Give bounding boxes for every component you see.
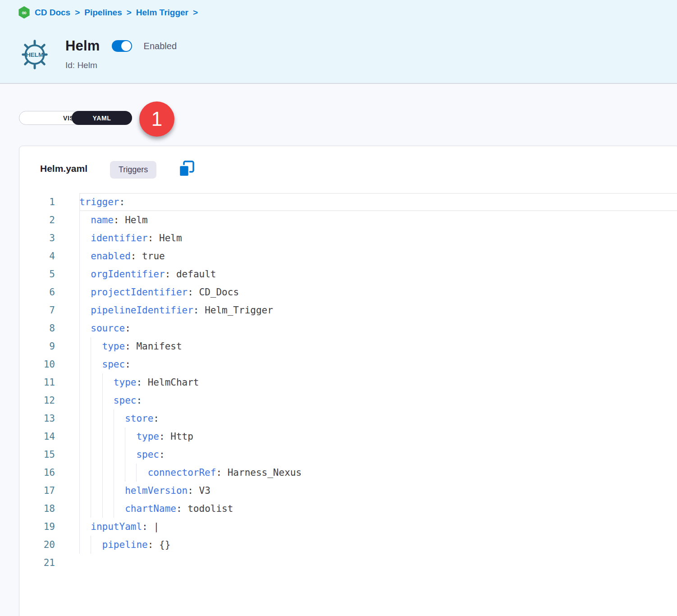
indent-guide [136,464,147,482]
code-line-content[interactable]: chartName: todolist [79,500,677,518]
indent-guide [91,391,102,409]
yaml-colon: : [131,251,137,262]
code-line-content[interactable]: spec: [79,355,677,373]
indent-guide [79,355,91,373]
code-line[interactable]: 2name: Helm [19,211,677,229]
code-line[interactable]: 18chartName: todolist [19,500,677,518]
code-line[interactable]: 12spec: [19,391,677,409]
code-line[interactable]: 9type: Manifest [19,337,677,355]
indent-guide [114,482,125,500]
code-line[interactable]: 17helmVersion: V3 [19,482,677,500]
code-line[interactable]: 19inputYaml: | [19,518,677,536]
line-number: 18 [19,500,79,518]
code-line-content[interactable]: connectorRef: Harness_Nexus [79,464,677,482]
yaml-value: V3 [193,485,210,496]
indent-guide [102,482,114,500]
svg-text:∞: ∞ [21,9,27,16]
page-header: ∞ CD Docs > Pipelines > Helm Trigger > H… [0,0,677,84]
code-line[interactable]: 1trigger: [19,193,677,211]
yaml-key: type [114,377,137,388]
line-number: 19 [19,518,79,536]
code-line[interactable]: 6projectIdentifier: CD_Docs [19,283,677,301]
indent-guide [91,446,102,464]
code-line[interactable]: 13store: [19,409,677,428]
code-line[interactable]: 5orgIdentifier: default [19,265,677,283]
yaml-panel-header: Helm.yaml Triggers [19,146,677,193]
yaml-value: todolist [182,503,233,514]
code-line-content[interactable]: helmVersion: V3 [79,482,677,500]
yaml-value: true [136,251,165,262]
code-line-content[interactable]: type: Http [79,428,677,446]
breadcrumb-item-pipelines[interactable]: Pipelines [84,8,122,18]
triggers-button[interactable]: Triggers [110,161,156,179]
breadcrumb-item-cd-docs[interactable]: CD Docs [35,8,70,18]
file-name: Helm.yaml [40,163,87,174]
code-line[interactable]: 10spec: [19,355,677,373]
code-line-content[interactable]: source: [79,319,677,337]
enabled-label: Enabled [144,41,177,51]
yaml-colon: : [125,341,131,352]
yaml-key: name [91,215,114,225]
enabled-toggle[interactable] [112,40,132,52]
yaml-colon: : [125,359,131,370]
code-line-content[interactable]: trigger: [79,193,677,211]
code-line-content[interactable]: type: Manifest [79,337,677,355]
code-line-content[interactable]: type: HelmChart [79,373,677,391]
indent-guide [91,482,102,500]
code-line[interactable]: 8source: [19,319,677,337]
code-line-content[interactable]: spec: [79,391,677,409]
code-line-content[interactable]: spec: [79,446,677,464]
yaml-value: Manifest [131,341,182,352]
yaml-value: Helm [119,215,148,225]
code-line-content[interactable]: inputYaml: | [79,518,677,536]
code-line[interactable]: 21 [19,554,677,572]
copy-icon[interactable] [178,161,195,179]
code-line-content[interactable]: pipelineIdentifier: Helm_Trigger [79,301,677,319]
yaml-value: Helm_Trigger [199,305,273,316]
tab-yaml[interactable]: YAML [72,111,132,125]
yaml-key: enabled [91,251,131,262]
code-line-content[interactable]: store: [79,409,677,428]
yaml-colon: : [153,413,159,424]
code-line[interactable]: 14type: Http [19,428,677,446]
code-line-content[interactable]: identifier: Helm [79,229,677,247]
code-line[interactable]: 3identifier: Helm [19,229,677,247]
indent-guide [102,446,114,464]
visual-yaml-toggle[interactable]: VISUAL YAML [19,111,132,125]
indent-guide [102,500,114,518]
breadcrumb-item-helm-trigger[interactable]: Helm Trigger [136,8,188,18]
helm-logo-text: HELM [26,51,44,58]
line-number: 2 [19,211,79,229]
breadcrumb-separator: > [75,8,80,18]
yaml-colon: : [159,431,165,442]
code-line[interactable]: 7pipelineIdentifier: Helm_Trigger [19,301,677,319]
indent-guide [79,428,91,446]
toggle-knob [121,41,131,51]
code-line-content[interactable]: name: Helm [79,211,677,229]
code-line[interactable]: 20pipeline: {} [19,536,677,554]
code-line[interactable]: 15spec: [19,446,677,464]
yaml-key: spec [136,449,159,460]
yaml-key: chartName [125,503,176,514]
line-number: 16 [19,464,79,482]
yaml-key: orgIdentifier [91,269,165,280]
indent-guide [91,337,102,355]
yaml-key: helmVersion [125,485,188,496]
code-line-content[interactable]: enabled: true [79,247,677,265]
code-line[interactable]: 4enabled: true [19,247,677,265]
yaml-colon: : [165,269,171,280]
code-line-content[interactable]: projectIdentifier: CD_Docs [79,283,677,301]
code-line-content[interactable] [79,554,677,572]
indent-guide [102,373,114,391]
yaml-editor[interactable]: 1trigger:2name: Helm3identifier: Helm4en… [19,193,677,616]
indent-guide [114,500,125,518]
line-number: 7 [19,301,79,319]
yaml-colon: : [188,485,193,496]
yaml-colon: : [148,539,154,550]
code-line-content[interactable]: orgIdentifier: default [79,265,677,283]
code-line-content[interactable]: pipeline: {} [79,536,677,554]
line-number: 12 [19,391,79,409]
yaml-key: spec [102,359,125,370]
code-line[interactable]: 16connectorRef: Harness_Nexus [19,464,677,482]
code-line[interactable]: 11type: HelmChart [19,373,677,391]
